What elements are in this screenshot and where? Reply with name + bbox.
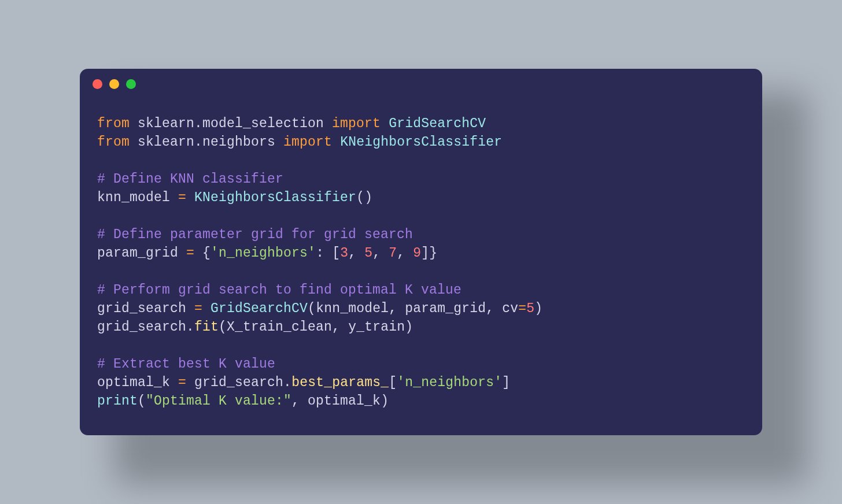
number-literal: 7 [389, 246, 397, 261]
string-literal: "Optimal K value:" [146, 394, 291, 409]
module-path: sklearn.neighbors [138, 135, 275, 150]
comma: , [332, 320, 348, 335]
code-window-wrap: from sklearn.model_selection import Grid… [80, 69, 762, 435]
builtin-call: print [97, 394, 138, 409]
bracket-close: ] [502, 375, 510, 390]
kwarg-name: cv [502, 301, 518, 316]
operator-assign: = [178, 190, 186, 205]
operator-assign: = [178, 375, 186, 390]
comma: , [486, 301, 502, 316]
class-call: KNeighborsClassifier [194, 190, 356, 205]
paren-open: ( [219, 320, 227, 335]
comma: , [348, 246, 364, 261]
method-call: fit [194, 320, 219, 335]
variable: knn_model [97, 190, 170, 205]
paren-close: ) [381, 394, 389, 409]
arg: knn_model [316, 301, 389, 316]
dot: . [186, 320, 194, 335]
keyword-import: import [332, 116, 381, 131]
number-literal: 3 [340, 246, 348, 261]
code-comment: # Perform grid search to find optimal K … [97, 283, 461, 298]
string-literal: 'n_neighbors' [211, 246, 316, 261]
variable: param_grid [97, 246, 178, 261]
paren-close: ) [534, 301, 542, 316]
comma: , [389, 301, 405, 316]
comma: , [291, 394, 308, 409]
window-minimize-icon[interactable] [109, 79, 119, 89]
colon: : [316, 246, 324, 261]
brace-open: { [202, 246, 211, 261]
bracket-open: [ [332, 246, 340, 261]
code-window: from sklearn.model_selection import Grid… [80, 69, 762, 435]
bracket-close: ] [421, 246, 429, 261]
imported-class: GridSearchCV [389, 116, 486, 131]
window-zoom-icon[interactable] [126, 79, 136, 89]
arg: y_train [348, 320, 405, 335]
paren-close: ) [405, 320, 413, 335]
string-literal: 'n_neighbors' [397, 375, 502, 390]
brace-close: } [429, 246, 437, 261]
number-literal: 5 [364, 246, 372, 261]
number-literal: 5 [526, 301, 534, 316]
module-path: sklearn.model_selection [138, 116, 324, 131]
arg: param_grid [405, 301, 486, 316]
arg: X_train_clean [227, 320, 332, 335]
dot: . [283, 375, 291, 390]
window-titlebar [80, 69, 762, 99]
arg: optimal_k [308, 394, 381, 409]
parens: () [356, 190, 372, 205]
paren-open: ( [308, 301, 316, 316]
variable: grid_search [194, 375, 283, 390]
keyword-import: import [283, 135, 332, 150]
keyword-from: from [97, 116, 130, 131]
attribute: best_params_ [291, 375, 389, 390]
comma: , [397, 246, 413, 261]
code-comment: # Extract best K value [97, 357, 275, 372]
number-literal: 9 [413, 246, 421, 261]
variable: grid_search [97, 320, 186, 335]
variable: optimal_k [97, 375, 170, 390]
window-close-icon[interactable] [93, 79, 102, 89]
code-comment: # Define KNN classifier [97, 172, 283, 187]
bracket-open: [ [389, 375, 397, 390]
keyword-from: from [97, 135, 130, 150]
operator-assign: = [186, 246, 194, 261]
code-comment: # Define parameter grid for grid search [97, 227, 413, 242]
class-call: GridSearchCV [211, 301, 308, 316]
code-block: from sklearn.model_selection import Grid… [80, 99, 762, 435]
paren-open: ( [138, 394, 146, 409]
operator-assign: = [194, 301, 202, 316]
comma: , [372, 246, 389, 261]
operator-assign: = [518, 301, 526, 316]
imported-class: KNeighborsClassifier [340, 135, 502, 150]
variable: grid_search [97, 301, 186, 316]
